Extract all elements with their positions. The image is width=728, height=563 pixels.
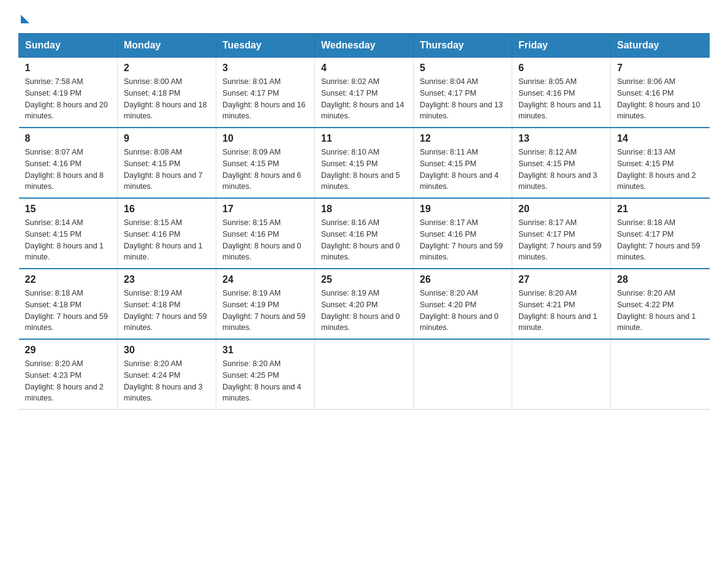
page-header (18, 12, 710, 21)
calendar-day-cell: 31 Sunrise: 8:20 AM Sunset: 4:25 PM Dayl… (216, 339, 315, 410)
weekday-header-cell: Friday (512, 34, 611, 58)
day-number: 21 (617, 204, 703, 215)
weekday-header-cell: Saturday (611, 34, 710, 58)
day-info: Sunrise: 8:10 AM Sunset: 4:15 PM Dayligh… (321, 147, 407, 193)
day-number: 12 (420, 133, 506, 144)
day-info: Sunrise: 8:20 AM Sunset: 4:21 PM Dayligh… (518, 288, 604, 334)
day-number: 2 (124, 63, 210, 74)
calendar-day-cell: 30 Sunrise: 8:20 AM Sunset: 4:24 PM Dayl… (118, 339, 216, 410)
calendar-week-row: 15 Sunrise: 8:14 AM Sunset: 4:15 PM Dayl… (19, 198, 710, 269)
calendar-day-cell: 16 Sunrise: 8:15 AM Sunset: 4:16 PM Dayl… (118, 198, 216, 269)
calendar-day-cell: 6 Sunrise: 8:05 AM Sunset: 4:16 PM Dayli… (512, 58, 611, 128)
day-info: Sunrise: 8:05 AM Sunset: 4:16 PM Dayligh… (518, 76, 604, 122)
day-number: 20 (518, 204, 604, 215)
day-info: Sunrise: 8:19 AM Sunset: 4:18 PM Dayligh… (124, 288, 210, 334)
day-number: 16 (124, 204, 210, 215)
logo-general-text (18, 12, 29, 23)
calendar-day-cell: 14 Sunrise: 8:13 AM Sunset: 4:15 PM Dayl… (611, 128, 710, 198)
calendar-header: SundayMondayTuesdayWednesdayThursdayFrid… (19, 34, 710, 58)
day-number: 30 (124, 345, 210, 356)
calendar-day-cell (512, 339, 611, 410)
day-number: 5 (420, 63, 506, 74)
calendar-day-cell: 22 Sunrise: 8:18 AM Sunset: 4:18 PM Dayl… (19, 269, 118, 339)
calendar-day-cell: 1 Sunrise: 7:58 AM Sunset: 4:19 PM Dayli… (19, 58, 118, 128)
calendar-day-cell: 18 Sunrise: 8:16 AM Sunset: 4:16 PM Dayl… (315, 198, 414, 269)
day-number: 8 (25, 133, 112, 144)
day-info: Sunrise: 8:13 AM Sunset: 4:15 PM Dayligh… (617, 147, 703, 193)
day-number: 24 (222, 274, 308, 285)
calendar-day-cell: 21 Sunrise: 8:18 AM Sunset: 4:17 PM Dayl… (611, 198, 710, 269)
calendar-day-cell: 27 Sunrise: 8:20 AM Sunset: 4:21 PM Dayl… (512, 269, 611, 339)
calendar-day-cell: 9 Sunrise: 8:08 AM Sunset: 4:15 PM Dayli… (118, 128, 216, 198)
logo (18, 12, 29, 21)
calendar-day-cell (414, 339, 512, 410)
calendar-day-cell: 15 Sunrise: 8:14 AM Sunset: 4:15 PM Dayl… (19, 198, 118, 269)
calendar-body: 1 Sunrise: 7:58 AM Sunset: 4:19 PM Dayli… (19, 58, 710, 410)
day-number: 18 (321, 204, 407, 215)
day-info: Sunrise: 8:19 AM Sunset: 4:19 PM Dayligh… (222, 288, 308, 334)
day-info: Sunrise: 8:04 AM Sunset: 4:17 PM Dayligh… (420, 76, 506, 122)
calendar-day-cell (611, 339, 710, 410)
day-number: 17 (222, 204, 308, 215)
day-info: Sunrise: 8:20 AM Sunset: 4:22 PM Dayligh… (617, 288, 703, 334)
calendar-day-cell: 23 Sunrise: 8:19 AM Sunset: 4:18 PM Dayl… (118, 269, 216, 339)
calendar-day-cell: 13 Sunrise: 8:12 AM Sunset: 4:15 PM Dayl… (512, 128, 611, 198)
calendar-day-cell: 12 Sunrise: 8:11 AM Sunset: 4:15 PM Dayl… (414, 128, 512, 198)
calendar-day-cell: 7 Sunrise: 8:06 AM Sunset: 4:16 PM Dayli… (611, 58, 710, 128)
day-info: Sunrise: 8:02 AM Sunset: 4:17 PM Dayligh… (321, 76, 407, 122)
day-number: 19 (420, 204, 506, 215)
calendar-week-row: 22 Sunrise: 8:18 AM Sunset: 4:18 PM Dayl… (19, 269, 710, 339)
calendar-day-cell: 19 Sunrise: 8:17 AM Sunset: 4:16 PM Dayl… (414, 198, 512, 269)
day-number: 7 (617, 63, 703, 74)
day-info: Sunrise: 8:18 AM Sunset: 4:18 PM Dayligh… (25, 288, 112, 334)
weekday-header-cell: Thursday (414, 34, 512, 58)
day-info: Sunrise: 8:19 AM Sunset: 4:20 PM Dayligh… (321, 288, 407, 334)
calendar-day-cell: 2 Sunrise: 8:00 AM Sunset: 4:18 PM Dayli… (118, 58, 216, 128)
day-number: 9 (124, 133, 210, 144)
day-info: Sunrise: 8:00 AM Sunset: 4:18 PM Dayligh… (124, 76, 210, 122)
calendar-day-cell: 17 Sunrise: 8:15 AM Sunset: 4:16 PM Dayl… (216, 198, 315, 269)
weekday-header-row: SundayMondayTuesdayWednesdayThursdayFrid… (19, 34, 710, 58)
calendar-day-cell: 5 Sunrise: 8:04 AM Sunset: 4:17 PM Dayli… (414, 58, 512, 128)
weekday-header-cell: Tuesday (216, 34, 315, 58)
calendar-week-row: 8 Sunrise: 8:07 AM Sunset: 4:16 PM Dayli… (19, 128, 710, 198)
day-number: 14 (617, 133, 703, 144)
day-number: 15 (25, 204, 112, 215)
day-info: Sunrise: 8:06 AM Sunset: 4:16 PM Dayligh… (617, 76, 703, 122)
day-info: Sunrise: 8:14 AM Sunset: 4:15 PM Dayligh… (25, 217, 112, 263)
day-info: Sunrise: 8:17 AM Sunset: 4:17 PM Dayligh… (518, 217, 604, 263)
day-number: 13 (518, 133, 604, 144)
calendar-day-cell: 25 Sunrise: 8:19 AM Sunset: 4:20 PM Dayl… (315, 269, 414, 339)
day-info: Sunrise: 8:07 AM Sunset: 4:16 PM Dayligh… (25, 147, 112, 193)
day-info: Sunrise: 7:58 AM Sunset: 4:19 PM Dayligh… (25, 76, 112, 122)
day-number: 10 (222, 133, 308, 144)
day-info: Sunrise: 8:08 AM Sunset: 4:15 PM Dayligh… (124, 147, 210, 193)
calendar-table: SundayMondayTuesdayWednesdayThursdayFrid… (18, 33, 710, 410)
logo-arrow-icon (21, 15, 29, 23)
day-number: 3 (222, 63, 308, 74)
calendar-day-cell: 20 Sunrise: 8:17 AM Sunset: 4:17 PM Dayl… (512, 198, 611, 269)
day-info: Sunrise: 8:17 AM Sunset: 4:16 PM Dayligh… (420, 217, 506, 263)
weekday-header-cell: Sunday (19, 34, 118, 58)
weekday-header-cell: Monday (118, 34, 216, 58)
day-info: Sunrise: 8:18 AM Sunset: 4:17 PM Dayligh… (617, 217, 703, 263)
calendar-day-cell: 8 Sunrise: 8:07 AM Sunset: 4:16 PM Dayli… (19, 128, 118, 198)
calendar-day-cell: 10 Sunrise: 8:09 AM Sunset: 4:15 PM Dayl… (216, 128, 315, 198)
day-info: Sunrise: 8:01 AM Sunset: 4:17 PM Dayligh… (222, 76, 308, 122)
day-number: 23 (124, 274, 210, 285)
calendar-day-cell: 4 Sunrise: 8:02 AM Sunset: 4:17 PM Dayli… (315, 58, 414, 128)
calendar-week-row: 29 Sunrise: 8:20 AM Sunset: 4:23 PM Dayl… (19, 339, 710, 410)
day-info: Sunrise: 8:15 AM Sunset: 4:16 PM Dayligh… (124, 217, 210, 263)
calendar-day-cell: 29 Sunrise: 8:20 AM Sunset: 4:23 PM Dayl… (19, 339, 118, 410)
calendar-week-row: 1 Sunrise: 7:58 AM Sunset: 4:19 PM Dayli… (19, 58, 710, 128)
day-number: 27 (518, 274, 604, 285)
day-number: 31 (222, 345, 308, 356)
day-info: Sunrise: 8:11 AM Sunset: 4:15 PM Dayligh… (420, 147, 506, 193)
weekday-header-cell: Wednesday (315, 34, 414, 58)
day-info: Sunrise: 8:16 AM Sunset: 4:16 PM Dayligh… (321, 217, 407, 263)
day-number: 25 (321, 274, 407, 285)
calendar-day-cell: 3 Sunrise: 8:01 AM Sunset: 4:17 PM Dayli… (216, 58, 315, 128)
calendar-day-cell (315, 339, 414, 410)
day-number: 6 (518, 63, 604, 74)
day-info: Sunrise: 8:09 AM Sunset: 4:15 PM Dayligh… (222, 147, 308, 193)
